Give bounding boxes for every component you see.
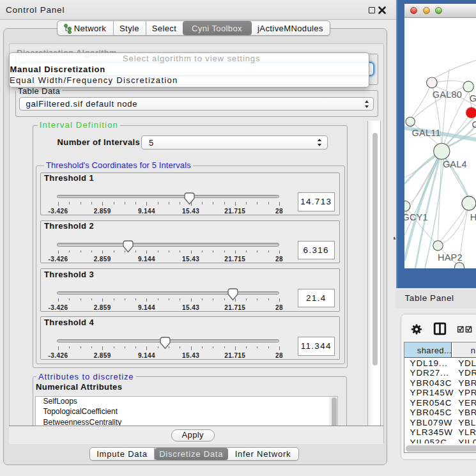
svg-text:GA: GA — [469, 93, 476, 104]
svg-text:H: H — [470, 212, 476, 222]
svg-text:GAL11: GAL11 — [411, 128, 440, 138]
svg-text:HAP2: HAP2 — [438, 252, 463, 263]
svg-text:GAL80: GAL80 — [432, 89, 461, 100]
svg-text:GCY1: GCY1 — [404, 212, 428, 222]
svg-text:C: C — [472, 119, 476, 130]
svg-text:GAL4: GAL4 — [442, 159, 466, 169]
